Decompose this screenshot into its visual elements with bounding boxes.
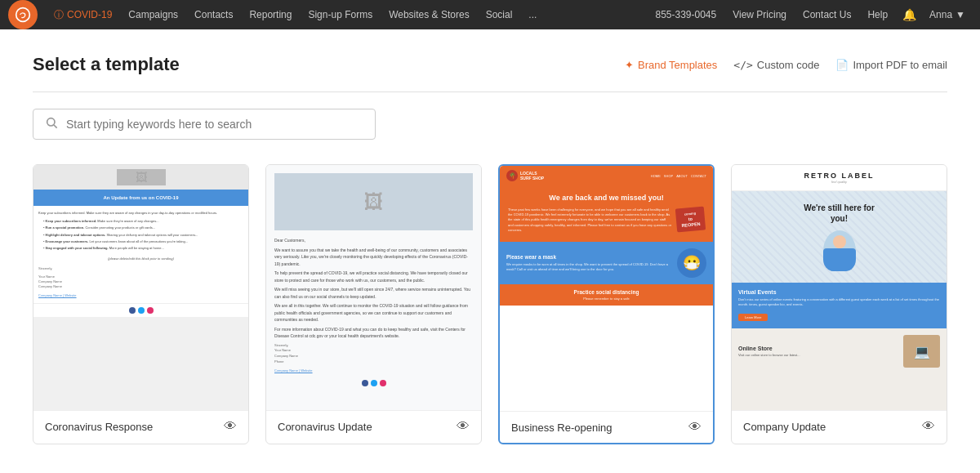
header-divider bbox=[33, 91, 947, 92]
template-footer: Business Re-opening 👁 bbox=[500, 411, 713, 443]
search-input[interactable] bbox=[66, 118, 311, 131]
nav-view-pricing[interactable]: View Pricing bbox=[724, 0, 795, 29]
nav-item-campaigns[interactable]: Campaigns bbox=[120, 0, 186, 29]
code-icon: </> bbox=[733, 59, 752, 71]
nav-item-reporting[interactable]: Reporting bbox=[241, 0, 300, 29]
template-footer: Coronavirus Update 👁 bbox=[266, 410, 481, 442]
template-preview: 🌴 LOCALSSURF SHOP HOME SHOP ABOUT CONTAC… bbox=[500, 166, 713, 411]
preview-eye-icon[interactable]: 👁 bbox=[922, 419, 935, 434]
template-name: Coronavirus Response bbox=[45, 421, 153, 433]
template-card[interactable]: RETRO LABEL feel quality We're still her… bbox=[731, 164, 947, 444]
notification-bell[interactable]: 🔔 bbox=[896, 8, 923, 21]
user-menu[interactable]: Anna ▼ bbox=[923, 9, 972, 20]
search-container[interactable] bbox=[33, 109, 376, 140]
svg-point-0 bbox=[16, 8, 30, 22]
preview-eye-icon[interactable]: 👁 bbox=[457, 419, 470, 434]
page-header: Select a template ✦ Brand Templates </> … bbox=[33, 54, 947, 75]
nav-item-more[interactable]: ... bbox=[520, 0, 545, 29]
nav-contact-us[interactable]: Contact Us bbox=[795, 0, 859, 29]
preview-eye-icon[interactable]: 👁 bbox=[688, 420, 702, 435]
page-title: Select a template bbox=[33, 54, 180, 75]
header-actions: ✦ Brand Templates </> Custom code 📄 Impo… bbox=[625, 59, 947, 71]
nav-phone: 855-339-0045 bbox=[647, 9, 724, 20]
chevron-down-icon: ▼ bbox=[956, 9, 965, 20]
nav-item-contacts[interactable]: Contacts bbox=[186, 0, 241, 29]
template-card[interactable]: 🌴 LOCALSSURF SHOP HOME SHOP ABOUT CONTAC… bbox=[498, 164, 715, 444]
custom-code-button[interactable]: </> Custom code bbox=[733, 59, 819, 71]
svg-point-1 bbox=[47, 118, 55, 126]
app-logo[interactable] bbox=[8, 0, 38, 29]
template-name: Company Update bbox=[743, 421, 826, 433]
template-grid: 🖼 An Update from us on COVID-19 Keep you… bbox=[33, 164, 947, 444]
nav-item-websites[interactable]: Websites & Stores bbox=[381, 0, 477, 29]
preview-eye-icon[interactable]: 👁 bbox=[224, 419, 237, 434]
template-card[interactable]: 🖼 An Update from us on COVID-19 Keep you… bbox=[33, 164, 249, 444]
search-icon bbox=[45, 116, 58, 132]
nav-help[interactable]: Help bbox=[859, 0, 896, 29]
svg-line-2 bbox=[54, 125, 57, 128]
info-icon: ⓘ bbox=[54, 8, 64, 22]
nav-item-social[interactable]: Social bbox=[478, 0, 521, 29]
nav-item-signupforms[interactable]: Sign-up Forms bbox=[300, 0, 381, 29]
import-pdf-button[interactable]: 📄 Import PDF to email bbox=[835, 59, 947, 71]
main-nav: ⓘ COVID-19 Campaigns Contacts Reporting … bbox=[0, 0, 980, 29]
pdf-icon: 📄 bbox=[835, 59, 849, 71]
brand-templates-button[interactable]: ✦ Brand Templates bbox=[625, 59, 717, 71]
template-card[interactable]: 🖼 Dear Customers, We want to assure you … bbox=[265, 164, 482, 444]
template-preview: 🖼 An Update from us on COVID-19 Keep you… bbox=[33, 165, 248, 410]
template-name: Coronavirus Update bbox=[278, 421, 372, 433]
template-name: Business Re-opening bbox=[511, 422, 612, 434]
template-preview: RETRO LABEL feel quality We're still her… bbox=[732, 165, 947, 410]
star-icon: ✦ bbox=[625, 59, 634, 71]
template-preview: 🖼 Dear Customers, We want to assure you … bbox=[266, 165, 481, 410]
template-footer: Company Update 👁 bbox=[732, 410, 947, 442]
template-footer: Coronavirus Response 👁 bbox=[33, 410, 248, 442]
main-content: Select a template ✦ Brand Templates </> … bbox=[0, 29, 980, 473]
nav-item-covid19[interactable]: ⓘ COVID-19 bbox=[46, 0, 120, 29]
